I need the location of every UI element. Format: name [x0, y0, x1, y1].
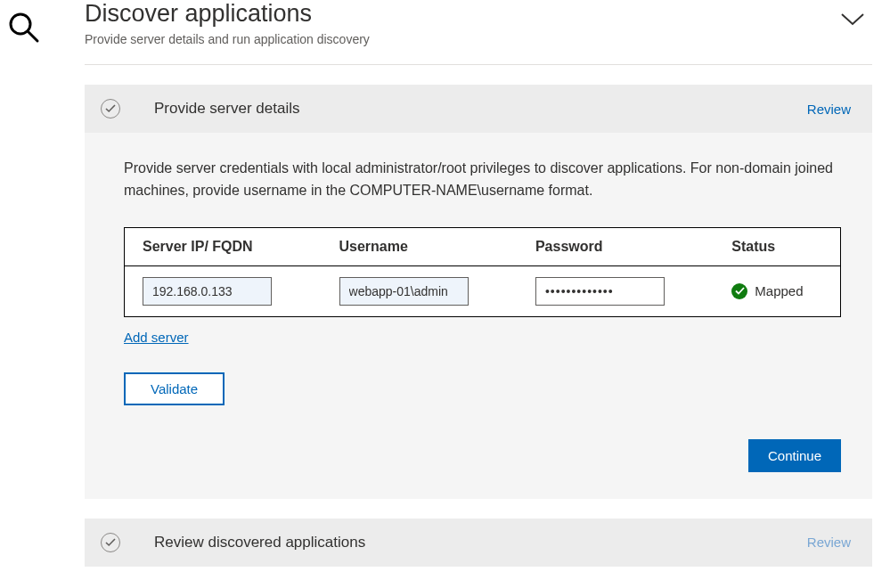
- status-text: Mapped: [755, 283, 803, 298]
- section-provide-server-details: Provide server details Review Provide se…: [85, 85, 872, 499]
- section-title: Provide server details: [154, 100, 299, 118]
- col-header-username: Username: [322, 227, 518, 265]
- step-check-icon: [101, 533, 120, 552]
- server-ip-input[interactable]: [143, 277, 272, 306]
- server-table: Server IP/ FQDN Username Password Status: [124, 227, 841, 317]
- page-subtitle: Provide server details and run applicati…: [85, 32, 370, 46]
- svg-line-1: [28, 31, 37, 41]
- page-title: Discover applications: [85, 0, 370, 28]
- section-title: Review discovered applications: [154, 534, 365, 551]
- add-server-link[interactable]: Add server: [124, 330, 189, 345]
- review-link[interactable]: Review: [807, 102, 851, 117]
- section-review-discovered: Review discovered applications Review: [85, 519, 872, 567]
- review-link[interactable]: Review: [807, 535, 851, 550]
- table-row: Mapped: [125, 265, 841, 316]
- instructions-text: Provide server credentials with local ad…: [124, 158, 841, 202]
- col-header-password: Password: [518, 227, 714, 265]
- col-header-status: Status: [714, 227, 840, 265]
- chevron-down-icon[interactable]: [840, 12, 865, 27]
- step-check-icon: [101, 99, 120, 118]
- status-success-icon: [731, 283, 747, 299]
- username-input[interactable]: [339, 277, 469, 306]
- validate-button[interactable]: Validate: [124, 372, 225, 405]
- divider: [85, 64, 872, 65]
- continue-button[interactable]: Continue: [748, 439, 841, 472]
- col-header-ip: Server IP/ FQDN: [125, 227, 322, 265]
- password-input[interactable]: [535, 277, 665, 306]
- search-icon: [5, 9, 41, 586]
